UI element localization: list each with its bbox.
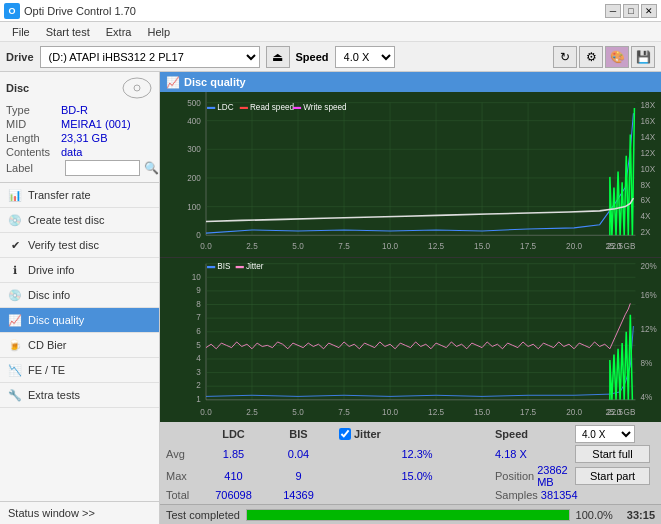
status-window-link[interactable]: Status window >>: [0, 501, 159, 524]
svg-text:17.5: 17.5: [520, 406, 536, 417]
max-bis: 9: [266, 470, 331, 482]
speed-label: Speed: [296, 51, 329, 63]
color-button[interactable]: 🎨: [605, 46, 629, 68]
sidebar-item-cd-bier[interactable]: 🍺 CD Bier: [0, 333, 159, 358]
svg-text:17.5: 17.5: [520, 241, 536, 251]
nav-section: 📊 Transfer rate 💿 Create test disc ✔ Ver…: [0, 183, 159, 501]
svg-text:200: 200: [187, 173, 201, 183]
transfer-rate-icon: 📊: [8, 188, 22, 202]
start-part-btn-area: Start part: [575, 467, 655, 485]
avg-speed: 4.18 X: [495, 448, 575, 460]
status-text: Test completed: [166, 509, 240, 521]
svg-text:7.5: 7.5: [338, 406, 350, 417]
samples-value: 381354: [541, 489, 578, 501]
save-button[interactable]: 💾: [631, 46, 655, 68]
speed-select[interactable]: 4.0 X: [335, 46, 395, 68]
svg-text:10: 10: [192, 271, 201, 282]
sidebar-item-disc-quality[interactable]: 📈 Disc quality: [0, 308, 159, 333]
menu-file[interactable]: File: [4, 24, 38, 40]
lower-chart: 1 2 3 4 5 6 7 8 9 10 4% 8% 12% 16% 20%: [160, 258, 661, 423]
extra-tests-icon: 🔧: [8, 388, 22, 402]
speed-col-header: Speed: [495, 428, 528, 440]
svg-text:500: 500: [187, 98, 201, 108]
upper-chart: 0 100 200 300 400 500 2X 4X 6X 8X 10X 12…: [160, 92, 661, 258]
start-part-button[interactable]: Start part: [575, 467, 650, 485]
nav-label-cd-bier: CD Bier: [28, 339, 67, 351]
svg-text:14X: 14X: [641, 132, 656, 142]
svg-text:Read speed: Read speed: [250, 102, 294, 112]
disc-label-row: Label 🔍: [6, 160, 153, 176]
jitter-checkbox[interactable]: [339, 428, 351, 440]
disc-label-input[interactable]: [65, 160, 140, 176]
maximize-button[interactable]: □: [623, 4, 639, 18]
sidebar-item-drive-info[interactable]: ℹ Drive info: [0, 258, 159, 283]
charts-area: 0 100 200 300 400 500 2X 4X 6X 8X 10X 12…: [160, 92, 661, 422]
disc-length-row: Length 23,31 GB: [6, 132, 153, 144]
svg-rect-99: [207, 265, 215, 267]
total-bis: 14369: [266, 489, 331, 501]
disc-contents-value: data: [61, 146, 82, 158]
svg-text:0: 0: [196, 230, 201, 240]
svg-rect-45: [207, 107, 215, 109]
content-area: 📈 Disc quality: [160, 72, 661, 524]
menu-help[interactable]: Help: [139, 24, 178, 40]
svg-text:15.0: 15.0: [474, 406, 490, 417]
bis-header: BIS: [266, 428, 331, 440]
speed-header-area: Speed: [495, 428, 575, 440]
svg-text:8: 8: [196, 298, 201, 309]
svg-text:25.0 GB: 25.0 GB: [605, 241, 635, 251]
svg-text:2.5: 2.5: [246, 406, 258, 417]
sidebar-item-disc-info[interactable]: 💿 Disc info: [0, 283, 159, 308]
sidebar-item-verify-test-disc[interactable]: ✔ Verify test disc: [0, 233, 159, 258]
progress-bar: [246, 509, 570, 521]
position-area: Position 23862 MB: [495, 464, 575, 488]
create-test-disc-icon: 💿: [8, 213, 22, 227]
sidebar-item-fe-te[interactable]: 📉 FE / TE: [0, 358, 159, 383]
sidebar-item-extra-tests[interactable]: 🔧 Extra tests: [0, 383, 159, 408]
start-full-button[interactable]: Start full: [575, 445, 650, 463]
svg-text:0.0: 0.0: [200, 406, 212, 417]
progress-percent: 100.0%: [576, 509, 613, 521]
fe-te-icon: 📉: [8, 363, 22, 377]
svg-text:10X: 10X: [641, 163, 656, 173]
menu-start-test[interactable]: Start test: [38, 24, 98, 40]
avg-row: Avg 1.85 0.04 12.3% 4.18 X Start full: [166, 445, 655, 463]
disc-type-value: BD-R: [61, 104, 88, 116]
svg-text:2X: 2X: [641, 227, 651, 237]
svg-text:12X: 12X: [641, 148, 656, 158]
disc-label-icon[interactable]: 🔍: [144, 161, 159, 175]
svg-text:10.0: 10.0: [382, 241, 398, 251]
upper-chart-svg: 0 100 200 300 400 500 2X 4X 6X 8X 10X 12…: [160, 92, 661, 257]
svg-text:4: 4: [196, 352, 201, 363]
svg-text:0.0: 0.0: [200, 241, 212, 251]
svg-rect-51: [160, 258, 661, 423]
nav-label-create-test-disc: Create test disc: [28, 214, 104, 226]
disc-info-icon: 💿: [8, 288, 22, 302]
minimize-button[interactable]: ─: [605, 4, 621, 18]
close-button[interactable]: ✕: [641, 4, 657, 18]
svg-text:2.5: 2.5: [246, 241, 258, 251]
svg-point-1: [134, 85, 140, 91]
svg-text:6: 6: [196, 325, 201, 336]
svg-text:8%: 8%: [641, 357, 653, 368]
window-controls: ─ □ ✕: [605, 4, 657, 18]
disc-section: Disc Type BD-R MID MEIRA1 (001) Length 2…: [0, 72, 159, 183]
drive-select[interactable]: (D:) ATAPI iHBS312 2 PL17: [40, 46, 260, 68]
disc-contents-label: Contents: [6, 146, 61, 158]
app-title: Opti Drive Control 1.70: [24, 5, 136, 17]
refresh-button[interactable]: ↻: [553, 46, 577, 68]
svg-text:LDC: LDC: [217, 102, 233, 112]
nav-label-disc-quality: Disc quality: [28, 314, 84, 326]
svg-text:12%: 12%: [641, 323, 658, 334]
sidebar-item-transfer-rate[interactable]: 📊 Transfer rate: [0, 183, 159, 208]
disc-icon: [121, 76, 153, 100]
menu-extra[interactable]: Extra: [98, 24, 140, 40]
settings-button[interactable]: ⚙: [579, 46, 603, 68]
svg-rect-2: [160, 92, 661, 257]
sidebar-item-create-test-disc[interactable]: 💿 Create test disc: [0, 208, 159, 233]
eject-button[interactable]: ⏏: [266, 46, 290, 68]
status-window-label: Status window >>: [8, 507, 95, 519]
speed-select-stats[interactable]: 4.0 X: [575, 425, 635, 443]
avg-ldc: 1.85: [201, 448, 266, 460]
svg-rect-47: [240, 107, 248, 109]
